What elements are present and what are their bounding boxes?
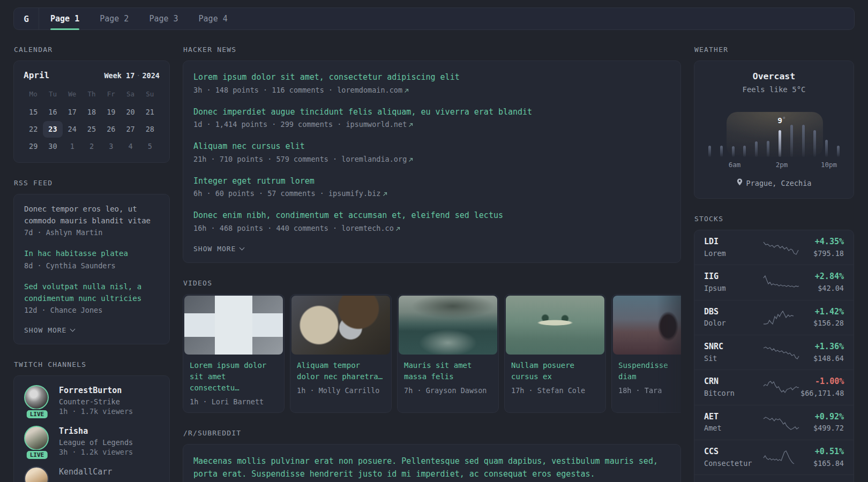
hn-item-title[interactable]: Integer eget rutrum lorem (193, 175, 670, 187)
twitch-channel-name[interactable]: KendallCarr (59, 466, 112, 478)
calendar-day: 20 (121, 104, 140, 120)
calendar-grid: Mo Tu We Th Fr Sa Su 15 16 17 18 19 20 2… (24, 88, 160, 155)
video-thumbnail[interactable] (399, 296, 497, 355)
twitch-heading: TWITCH CHANNELS (14, 360, 170, 368)
hn-item-meta: 1d · 1,414 points · 299 comments · ipsum… (193, 120, 670, 129)
video-card[interactable]: Aliquam tempor dolor nec pharetra… 1h · … (290, 294, 392, 413)
video-thumbnail[interactable] (291, 296, 390, 355)
video-meta: 1h · Molly Carrillo (291, 382, 390, 395)
video-title[interactable]: Suspendissediam (613, 355, 681, 382)
hn-item: Donec enim nibh, condimentum et accumsan… (193, 209, 670, 232)
chevron-down-icon (70, 327, 76, 332)
hn-item-title[interactable]: Lorem ipsum dolor sit amet, consectetur … (193, 71, 670, 84)
calendar-day: 17 (63, 104, 82, 120)
twitch-channel-row[interactable]: LIVE Trisha League of Legends 3h · 1.2k … (24, 426, 159, 456)
temp-bar (825, 140, 828, 157)
stock-name: Bitcorn (704, 388, 762, 399)
temp-bar (767, 141, 769, 157)
rss-item-meta: 8d · Cynthia Saunders (24, 261, 159, 270)
hacker-news-heading: HACKER NEWS (183, 46, 681, 54)
temp-bar (837, 146, 840, 157)
rss-item-title[interactable]: Sed volutpat nulla nisl, a condimentum n… (24, 281, 159, 304)
video-card[interactable]: Nullam posuere cursus ex 17h · Stefan Co… (504, 294, 606, 413)
location-pin-icon (737, 178, 743, 187)
app-logo[interactable]: G (14, 8, 39, 29)
stock-name: Ipsum (704, 283, 762, 294)
rss-item-meta: 7d · Ashlyn Martin (24, 228, 159, 237)
video-title[interactable]: Nullam posuere cursus ex (506, 355, 604, 382)
calendar-day: 16 (43, 104, 62, 120)
subreddit-post-title[interactable]: Maecenas mollis pulvinar erat non posuer… (193, 455, 670, 480)
rss-item: Sed volutpat nulla nisl, a condimentum n… (24, 281, 159, 314)
twitch-avatar-wrap: LIVE (24, 385, 50, 416)
calendar-day: 15 (24, 104, 43, 120)
weather-location: Prague, Czechia (704, 178, 844, 187)
stock-row: IIG Ipsum +2.84% $42.04 (694, 265, 854, 299)
stock-price: $148.64 (800, 353, 844, 364)
rss-show-more-button[interactable]: SHOW MORE (24, 326, 74, 334)
calendar-day: 19 (101, 104, 121, 120)
stock-sparkline (762, 344, 800, 360)
external-link-icon[interactable] (408, 120, 413, 129)
video-title[interactable]: Mauris sit amet massa felis (399, 355, 497, 382)
video-meta: 18h · Tara (613, 382, 681, 395)
right-column: WEATHER Overcast Feels like 5°C 9° (694, 46, 854, 482)
video-card[interactable]: Lorem ipsum dolor sit amet consectetu… 1… (183, 294, 285, 413)
stock-change: +0.51% (800, 446, 844, 458)
stock-price: $42.04 (800, 283, 844, 294)
video-card[interactable]: Suspendissediam 18h · Tara (611, 294, 681, 413)
twitch-channel-category[interactable]: Counter-Strike (59, 397, 133, 406)
video-thumbnail[interactable] (613, 296, 681, 355)
video-title[interactable]: Aliquam tempor dolor nec pharetra… (291, 355, 390, 382)
hn-item-title[interactable]: Donec imperdiet augue tincidunt felis al… (193, 106, 670, 118)
tab-page-1[interactable]: Page 1 (40, 8, 89, 29)
rss-item-title[interactable]: In hac habitasse platea (24, 248, 159, 260)
live-badge: LIVE (26, 450, 49, 460)
external-link-icon[interactable] (408, 155, 413, 163)
stock-sparkline (762, 274, 800, 290)
video-card[interactable]: Mauris sit amet massa felis 7h · Grayson… (397, 294, 499, 413)
calendar-day-selected: 23 (43, 121, 62, 138)
tab-page-3[interactable]: Page 3 (139, 8, 188, 29)
stock-change: +1.36% (800, 341, 844, 353)
video-title[interactable]: Lorem ipsum dolor sit amet consectetu… (184, 355, 283, 394)
rss-item-title[interactable]: Donec tempor eros leo, ut commodo mauris… (24, 204, 159, 227)
calendar-panel: April Week 17·2024 Mo Tu We Th Fr Sa Su … (13, 61, 170, 163)
twitch-channel-row[interactable]: LIVE ForrestBurton Counter-Strike 1h · 1… (24, 385, 159, 416)
stock-row: AET Amet +0.92% $499.72 (694, 405, 854, 440)
external-link-icon[interactable] (404, 86, 409, 94)
weekday-label: Fr (101, 88, 121, 103)
external-link-icon[interactable] (395, 224, 400, 232)
video-thumbnail[interactable] (506, 296, 604, 355)
temp-bar (755, 141, 758, 157)
tab-page-4[interactable]: Page 4 (189, 8, 238, 29)
time-labels: 6am 2pm 10pm (704, 161, 844, 170)
twitch-channel-row[interactable]: KendallCarr (24, 466, 159, 482)
calendar-month: April (24, 70, 49, 80)
hn-item-title[interactable]: Donec enim nibh, condimentum et accumsan… (193, 209, 670, 222)
hacker-news-widget: HACKER NEWS Lorem ipsum dolor sit amet, … (183, 46, 681, 263)
calendar-week-year: Week 17·2024 (104, 71, 160, 80)
live-badge: LIVE (26, 409, 49, 419)
twitch-channel-name[interactable]: Trisha (59, 426, 133, 437)
hn-item-meta: 3h · 148 points · 116 comments · loremdo… (193, 86, 670, 94)
twitch-channel-meta: 1h · 1.7k viewers (59, 407, 133, 416)
stock-sparkline (762, 379, 800, 395)
external-link-icon[interactable] (383, 189, 387, 198)
twitch-avatar-wrap (24, 466, 50, 482)
twitch-channel-category[interactable]: League of Legends (59, 438, 133, 447)
stocks-widget: STOCKS LDI Lorem +4.35% $795.18 IIG (694, 215, 854, 482)
tab-page-2[interactable]: Page 2 (89, 8, 139, 29)
hn-item-title[interactable]: Aliquam nec cursus elit (193, 140, 670, 153)
hn-show-more-button[interactable]: SHOW MORE (193, 245, 244, 253)
temp-bar (743, 146, 746, 157)
hn-item: Lorem ipsum dolor sit amet, consectetur … (193, 71, 670, 94)
stock-name: Sit (704, 353, 762, 364)
weather-feels-like: Feels like 5°C (704, 85, 844, 94)
calendar-day: 29 (24, 138, 43, 155)
temperature-bars (704, 125, 844, 157)
rss-item: Donec tempor eros leo, ut commodo mauris… (24, 204, 159, 237)
video-thumbnail[interactable] (184, 296, 283, 355)
twitch-panel: LIVE ForrestBurton Counter-Strike 1h · 1… (13, 375, 170, 482)
twitch-channel-name[interactable]: ForrestBurton (59, 385, 133, 396)
